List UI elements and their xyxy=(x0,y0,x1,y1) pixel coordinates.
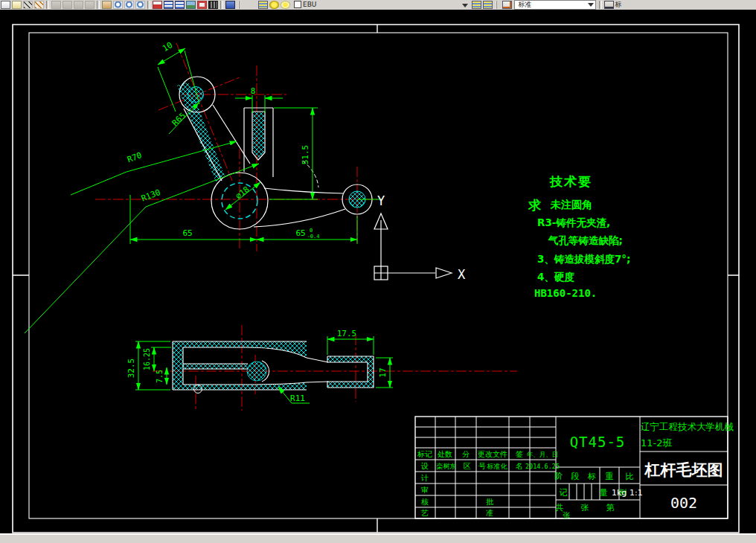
layer-bulb-icon[interactable] xyxy=(269,1,279,9)
dim-r11: R11 xyxy=(290,393,305,403)
sheet-frame xyxy=(13,25,739,533)
layer-sun-icon[interactable] xyxy=(281,1,290,9)
dim-dia18: ∅18 xyxy=(234,184,252,201)
zoom-realtime-icon[interactable] xyxy=(113,1,123,9)
tb-sheet-line2: 张 xyxy=(563,511,570,519)
dim-style-value: 标 xyxy=(615,1,621,9)
tb-left-r5: 核 xyxy=(420,498,429,506)
tb-approve-r6: 准 xyxy=(486,509,493,517)
tb-rev-c3: 分 xyxy=(462,450,470,458)
toolbar-separator xyxy=(46,1,49,9)
paste-icon[interactable] xyxy=(1,1,10,9)
draw-icon[interactable] xyxy=(23,1,33,9)
tech-notes-title: 技术要 xyxy=(549,174,592,189)
tb-weight-header: 重 xyxy=(606,472,614,481)
tb-sign-c6: 名 xyxy=(516,462,523,470)
title-block: 标记 处数 分 更改文件 签 年、月、日 设 栾树东 区 号 标准化 名 201… xyxy=(415,417,734,519)
tb-weight-value: 1kg xyxy=(612,488,627,498)
dim-8: 8 xyxy=(251,86,256,96)
tb-scale-header: 比 xyxy=(626,472,634,481)
dim-r130: R130 xyxy=(140,187,161,204)
tb-rev-c4: 更改文件 xyxy=(478,450,507,458)
quickcalc-icon[interactable] xyxy=(208,1,218,9)
tech-notes-line6: 4、硬度 xyxy=(537,271,574,283)
tb-rev-c6: 年、月、日 xyxy=(527,451,559,458)
tb-approve-r5: 批 xyxy=(486,498,493,506)
y-axis-label: Y xyxy=(377,193,385,208)
text-style-value: 标准 xyxy=(518,1,531,9)
tech-notes-line7: HB160-210. xyxy=(534,287,597,299)
tb-rev-c5: 签 xyxy=(516,450,523,458)
technical-notes: 技术要 求 未注圆角 R3-铸件无夹渣, 气孔等铸造缺陷; 3、铸造拔模斜度7°… xyxy=(528,174,630,299)
layer-color-swatch[interactable] xyxy=(294,1,301,8)
tech-notes-line3: R3-铸件无夹渣, xyxy=(537,216,610,228)
tb-weight-header2: 量 xyxy=(600,488,608,498)
toolbar-separator xyxy=(147,1,150,9)
tb-rev-c2: 处数 xyxy=(438,450,452,458)
tb-drawing-title: 杠杆毛坯图 xyxy=(644,461,723,479)
tb-left-r3: 计 xyxy=(420,474,429,482)
layer-dropdown-arrow[interactable] xyxy=(462,4,468,7)
text-style-icon[interactable] xyxy=(502,1,512,9)
properties-grid-icon[interactable] xyxy=(175,1,185,9)
tb-drawing-number: 002 xyxy=(670,494,697,512)
toolbar-separator xyxy=(220,1,223,9)
dim-r65: R65 xyxy=(170,111,188,128)
dim-10: 10 xyxy=(161,40,174,54)
toolbar: EBU 标准 标 xyxy=(0,0,756,10)
tb-rev-c1: 标记 xyxy=(417,450,432,458)
tb-standardization: 标准化 xyxy=(487,463,508,470)
ucs-icon: Y X xyxy=(374,193,466,282)
tb-school: 辽宁工程技术大学机械 xyxy=(641,421,734,432)
forward-icon[interactable] xyxy=(85,1,94,9)
tech-notes-line2: 未注圆角 xyxy=(550,199,592,211)
open-icon[interactable] xyxy=(12,1,22,9)
undo-icon[interactable] xyxy=(51,1,61,9)
toolbar-separator xyxy=(97,1,100,9)
dim-65: 65 xyxy=(182,228,192,238)
cad-application-window: EBU 标准 标 xyxy=(0,0,756,543)
tb-scale-value: 1:1 xyxy=(630,488,643,498)
back-icon[interactable] xyxy=(74,1,83,9)
dimensions xyxy=(25,48,393,403)
dim-32-5: 32.5 xyxy=(126,359,136,379)
tb-class: 11-2班 xyxy=(641,437,673,449)
tb-sign-c4: 号 xyxy=(478,462,486,470)
dim-65b: 65 xyxy=(295,228,305,238)
tb-date: 2014.6.25 xyxy=(525,463,560,470)
tb-designer-name: 栾树东 xyxy=(437,463,457,470)
help-icon[interactable] xyxy=(225,1,235,9)
tb-left-r4: 审 xyxy=(421,486,429,494)
markup-icon[interactable] xyxy=(153,1,162,9)
layer-previous-icon[interactable] xyxy=(483,1,493,9)
dim-16-25: 16.25 xyxy=(143,348,151,370)
pan-icon[interactable] xyxy=(102,1,112,9)
sheet-set-icon[interactable] xyxy=(197,1,207,9)
tb-sign-c1: 设 xyxy=(420,462,429,470)
dim-17-5: 17.5 xyxy=(337,329,357,338)
tech-notes-line5: 3、铸造拔模斜度7°; xyxy=(537,253,630,265)
tb-material: QT45-5 xyxy=(570,434,626,450)
zoom-previous-icon[interactable] xyxy=(135,1,145,9)
dim-style-icon[interactable] xyxy=(604,1,614,9)
tech-notes-title2: 求 xyxy=(528,198,542,213)
text-style-dropdown-arrow[interactable] xyxy=(588,3,594,7)
block-editor-icon[interactable] xyxy=(164,1,173,9)
zoom-window-icon[interactable] xyxy=(124,1,134,9)
status-bar xyxy=(0,533,756,543)
render-icon[interactable] xyxy=(186,1,196,9)
layer-name-label: EBU xyxy=(303,1,316,9)
edit-icon[interactable] xyxy=(34,1,44,9)
layer-states-icon[interactable] xyxy=(472,1,481,9)
text-style-combo[interactable]: 标准 xyxy=(514,0,596,10)
tech-notes-line4: 气孔等铸造缺陷; xyxy=(548,234,623,246)
toolbar-grip[interactable] xyxy=(238,1,242,9)
tb-sign-c3: 区 xyxy=(464,462,471,470)
toolbar-separator xyxy=(599,1,602,9)
layers-icon[interactable] xyxy=(258,1,268,9)
tb-stage-header: 阶 段 标 xyxy=(554,472,599,481)
drawing-canvas[interactable]: 10 8 51.5 R65 R70 R130 ∅18 65 65 0 -0.4 … xyxy=(0,10,756,533)
redo-icon[interactable] xyxy=(63,1,72,9)
x-axis-label: X xyxy=(458,267,466,282)
toolbar-grip[interactable] xyxy=(496,1,499,9)
